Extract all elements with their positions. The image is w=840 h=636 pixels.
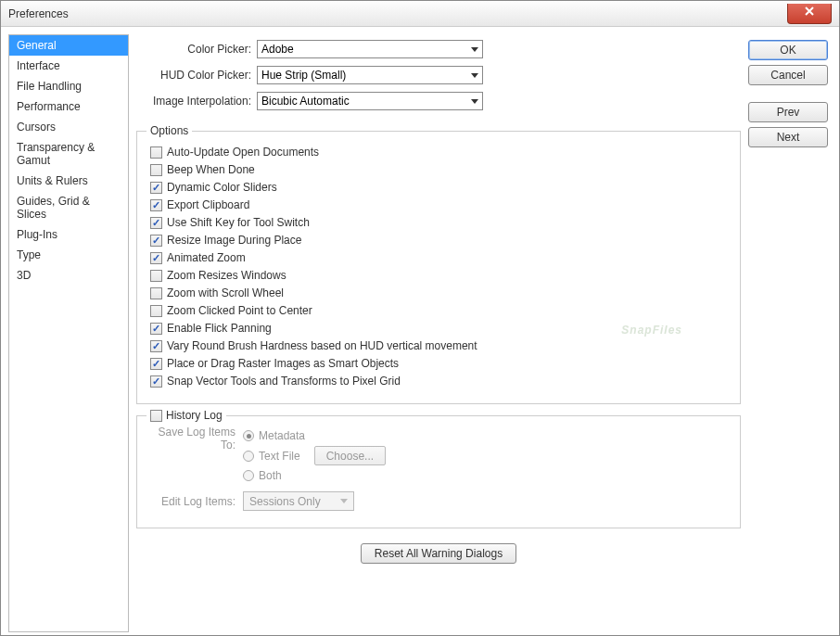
close-icon [804,6,815,16]
history-log-fieldset: History Log Save Log Items To: Metadata … [136,415,741,528]
option-checkbox[interactable] [150,340,162,352]
next-button[interactable]: Next [748,127,828,147]
color-picker-label: Color Picker: [136,43,257,56]
option-checkbox[interactable] [150,182,162,194]
option-checkbox[interactable] [150,164,162,176]
option-checkbox[interactable] [150,323,162,335]
interpolation-label: Image Interpolation: [136,95,257,108]
option-checkbox[interactable] [150,146,162,159]
hud-picker-value: Hue Strip (Small) [261,69,346,82]
option-label: Vary Round Brush Hardness based on HUD v… [167,339,477,352]
option-label: Animated Zoom [167,251,246,264]
option-row: Animated Zoom [150,251,727,264]
sidebar-item-units-rulers[interactable]: Units & Rulers [9,171,128,191]
option-checkbox[interactable] [150,235,162,247]
options-fieldset: Options Auto-Update Open DocumentsBeep W… [136,131,741,404]
option-label: Auto-Update Open Documents [167,146,319,159]
color-picker-select[interactable]: Adobe [257,40,483,58]
choose-button[interactable]: Choose... [314,446,386,465]
dropdown-arrow-icon [471,47,478,52]
option-row: Vary Round Brush Hardness based on HUD v… [150,339,727,352]
history-log-legend: History Log [166,409,223,422]
option-row: Enable Flick Panning [150,322,727,335]
color-picker-value: Adobe [261,43,294,56]
option-label: Zoom Clicked Point to Center [167,304,312,317]
option-row: Auto-Update Open Documents [150,146,727,159]
option-label: Zoom Resizes Windows [167,269,286,282]
sidebar-item-3d[interactable]: 3D [9,265,128,286]
metadata-radio-label: Metadata [259,429,305,442]
option-checkbox[interactable] [150,252,162,264]
dropdown-arrow-icon [340,499,348,503]
option-checkbox[interactable] [150,199,162,211]
window-title: Preferences [1,7,69,20]
option-row: Snap Vector Tools and Transforms to Pixe… [150,375,727,388]
top-fields: Color Picker: Adobe HUD Color Picker: Hu… [136,34,741,127]
option-label: Beep When Done [167,163,255,176]
both-radio-label: Both [259,469,282,482]
option-checkbox[interactable] [150,358,162,370]
option-label: Use Shift Key for Tool Switch [167,216,310,229]
category-sidebar: GeneralInterfaceFile HandlingPerformance… [8,34,129,632]
option-row: Zoom Clicked Point to Center [150,304,727,317]
metadata-radio[interactable] [243,430,254,441]
dropdown-arrow-icon [471,99,478,104]
close-button[interactable] [787,4,832,24]
option-checkbox[interactable] [150,375,162,388]
edit-log-value: Sessions Only [249,495,321,508]
history-log-checkbox[interactable] [150,410,162,422]
edit-log-label: Edit Log Items: [150,495,243,508]
sidebar-item-file-handling[interactable]: File Handling [9,76,128,96]
main-panel: Color Picker: Adobe HUD Color Picker: Hu… [136,34,741,628]
option-label: Export Clipboard [167,198,249,211]
hud-picker-select[interactable]: Hue Strip (Small) [257,66,483,84]
dropdown-arrow-icon [471,73,478,78]
option-checkbox[interactable] [150,270,162,282]
interpolation-value: Bicubic Automatic [261,95,350,108]
interpolation-select[interactable]: Bicubic Automatic [257,92,483,110]
option-checkbox[interactable] [150,305,162,317]
options-legend: Options [146,124,192,137]
option-checkbox[interactable] [150,217,162,229]
option-row: Zoom with Scroll Wheel [150,286,727,299]
save-log-label: Save Log Items To: [150,426,243,486]
option-row: Beep When Done [150,163,727,176]
sidebar-item-general[interactable]: General [9,35,128,56]
option-row: Zoom Resizes Windows [150,269,727,282]
titlebar: Preferences [1,1,839,27]
option-row: Export Clipboard [150,198,727,211]
cancel-button[interactable]: Cancel [748,65,828,85]
option-label: Dynamic Color Sliders [167,181,277,194]
option-label: Place or Drag Raster Images as Smart Obj… [167,357,399,370]
option-label: Enable Flick Panning [167,322,272,335]
sidebar-item-plug-ins[interactable]: Plug-Ins [9,224,128,245]
option-row: Resize Image During Place [150,234,727,247]
option-label: Snap Vector Tools and Transforms to Pixe… [167,375,401,388]
sidebar-item-cursors[interactable]: Cursors [9,117,128,137]
sidebar-item-performance[interactable]: Performance [9,96,128,117]
prev-button[interactable]: Prev [748,102,828,122]
reset-warnings-button[interactable]: Reset All Warning Dialogs [361,543,516,564]
sidebar-item-transparency-gamut[interactable]: Transparency & Gamut [9,137,128,171]
option-checkbox[interactable] [150,287,162,299]
option-label: Resize Image During Place [167,234,301,247]
ok-button[interactable]: OK [748,40,828,60]
textfile-radio[interactable] [243,451,254,462]
option-row: Use Shift Key for Tool Switch [150,216,727,229]
both-radio[interactable] [243,470,254,481]
hud-picker-label: HUD Color Picker: [136,69,257,82]
option-row: Place or Drag Raster Images as Smart Obj… [150,357,727,370]
edit-log-select[interactable]: Sessions Only [243,491,354,511]
sidebar-item-type[interactable]: Type [9,245,128,265]
option-label: Zoom with Scroll Wheel [167,286,284,299]
option-row: Dynamic Color Sliders [150,181,727,194]
textfile-radio-label: Text File [259,450,300,463]
content-area: GeneralInterfaceFile HandlingPerformance… [1,27,839,635]
sidebar-item-interface[interactable]: Interface [9,56,128,76]
action-buttons: OK Cancel Prev Next [748,34,832,628]
sidebar-item-guides-grid-slices[interactable]: Guides, Grid & Slices [9,191,128,224]
